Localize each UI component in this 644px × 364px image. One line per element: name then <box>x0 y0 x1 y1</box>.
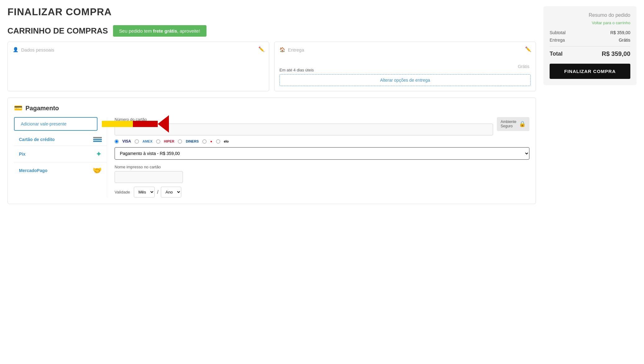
secure-line2: Seguro <box>501 124 516 128</box>
subtotal-value: R$ 359,00 <box>610 30 630 35</box>
finalize-button[interactable]: FINALIZAR COMPRA <box>550 64 630 79</box>
mercadopago-label: MercadoPago <box>19 168 48 173</box>
amex-radio[interactable] <box>135 139 139 143</box>
year-select[interactable]: Ano <box>161 187 181 198</box>
page-title: FINALIZAR COMPRA <box>7 6 536 18</box>
user-icon: 👤 <box>13 47 19 52</box>
personal-data-card: 👤 Dados pessoais ✏️ <box>7 42 269 91</box>
card-number-label: Número do cartão <box>115 117 493 122</box>
payment-option-pix[interactable]: Pix ✦ <box>14 146 107 162</box>
credit-card-icon: 💳 <box>14 104 22 112</box>
mercadopago-icon: 🤝 <box>93 166 102 175</box>
summary-title: Resumo do pedido <box>550 12 630 18</box>
payment-option-mercadopago[interactable]: MercadoPago 🤝 <box>14 162 107 179</box>
visa-radio[interactable] <box>115 139 119 143</box>
payment-option-credit-card[interactable]: Cartão de crédito <box>14 133 107 146</box>
diners-brand: DINERS <box>186 139 199 143</box>
payment-title: 💳 Pagamento <box>14 104 529 112</box>
payment-section: 💳 Pagamento Adicionar vale-presente <box>7 98 536 204</box>
total-value: R$ 359,00 <box>602 50 630 57</box>
lock-icon: 🔒 <box>519 121 526 127</box>
diners-radio[interactable] <box>178 139 182 143</box>
visa-brand: VISA <box>122 139 131 143</box>
order-summary: Resumo do pedido Voltar para o carrinho … <box>543 6 637 85</box>
summary-divider <box>550 46 630 47</box>
validity-label: Validade <box>115 190 130 194</box>
gift-card-button[interactable]: Adicionar vale-presente <box>14 117 98 131</box>
cardholder-input[interactable] <box>115 171 183 183</box>
validity-row: Validade Mês / Ano <box>115 187 529 198</box>
delivery-card: 🏠 Entrega ✏️ Grátis Em até 4 dias úteis … <box>274 42 536 91</box>
personal-data-edit-icon[interactable]: ✏️ <box>258 46 265 52</box>
annotation-arrow <box>102 115 169 133</box>
delivery-summary-label: Entrega <box>550 38 565 43</box>
mastercard-brand: ● <box>210 139 212 143</box>
order-summary-sidebar: Resumo do pedido Voltar para o carrinho … <box>543 6 637 204</box>
payment-sidebar: Adicionar vale-presente Cartão de crédit… <box>14 117 107 198</box>
change-delivery-button[interactable]: Alterar opções de entrega <box>279 74 531 86</box>
amex-brand: AMEX <box>143 139 152 143</box>
card-types-row: VISA AMEX HIPER DINERS ● elo <box>115 139 529 143</box>
delivery-row: Entrega Grátis <box>550 38 630 43</box>
credit-card-lines-icon <box>93 137 102 142</box>
credit-card-label: Cartão de crédito <box>19 137 55 142</box>
free-shipping-banner: Seu pedido tem frete grátis, aproveite! <box>113 25 206 37</box>
cardholder-label: Nome impresso no cartão <box>115 165 529 169</box>
delivery-days: Em até 4 dias úteis <box>279 68 314 72</box>
pix-icon: ✦ <box>96 150 102 158</box>
payment-form: Número do cartão Ambiente Seguro 🔒 <box>107 117 529 198</box>
total-row: Total R$ 359,00 <box>550 50 630 57</box>
total-label: Total <box>550 51 563 57</box>
validity-separator: / <box>157 189 158 195</box>
secure-badge: Ambiente Seguro 🔒 <box>497 117 529 131</box>
cart-title: CARRINHO DE COMPRAS <box>7 26 108 36</box>
subtotal-row: Subtotal R$ 359,00 <box>550 30 630 35</box>
elo-radio[interactable] <box>216 139 220 143</box>
delivery-title: 🏠 Entrega <box>279 47 531 52</box>
home-icon: 🏠 <box>279 47 285 52</box>
secure-line1: Ambiente <box>501 120 516 124</box>
pix-label: Pix <box>19 152 25 157</box>
delivery-summary-value: Grátis <box>619 38 630 43</box>
card-number-input[interactable] <box>115 124 493 135</box>
payment-installments-select[interactable]: Pagamento à vista - R$ 359,00 2x de R$ 1… <box>115 147 529 160</box>
back-to-cart-link[interactable]: Voltar para o carrinho <box>550 20 630 25</box>
elo-brand: elo <box>224 139 229 143</box>
free-shipping-bold: frete grátis <box>153 28 177 34</box>
hipercard-brand: HIPER <box>164 139 175 143</box>
hipercard-radio[interactable] <box>156 139 160 143</box>
subtotal-label: Subtotal <box>550 30 565 35</box>
delivery-edit-icon[interactable]: ✏️ <box>525 46 531 52</box>
personal-data-title: 👤 Dados pessoais <box>13 47 264 52</box>
gratis-badge: Grátis <box>518 64 529 69</box>
card-number-field-wrapper: Número do cartão <box>115 117 493 139</box>
mastercard-radio[interactable] <box>202 139 206 143</box>
month-select[interactable]: Mês <box>134 187 155 198</box>
